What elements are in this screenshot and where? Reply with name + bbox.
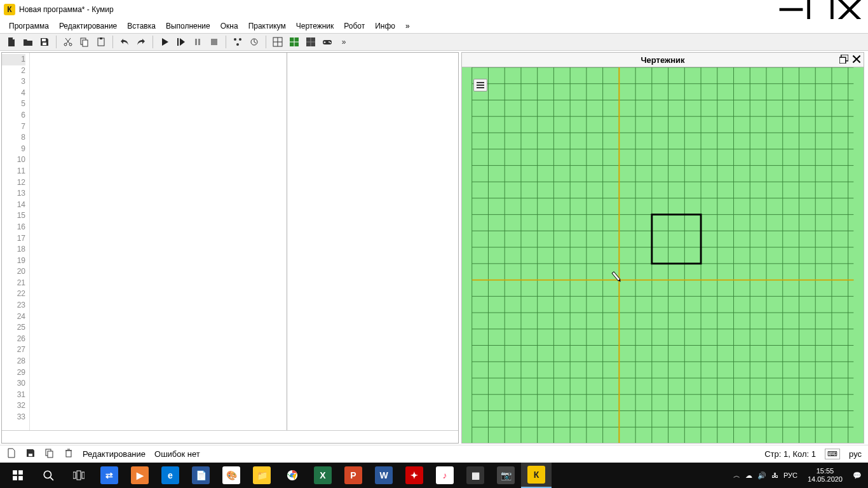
svg-rect-12 (177, 38, 179, 46)
tray-chevron-icon[interactable]: ︿ (733, 471, 740, 480)
undo-button[interactable] (117, 35, 132, 49)
search-button[interactable] (33, 463, 64, 488)
window-maximize-button[interactable] (806, 0, 835, 19)
grid-dark-button[interactable] (303, 35, 318, 49)
taskbar-app-5[interactable]: 🎨 (216, 463, 247, 488)
tray-lang-text[interactable]: РУС (783, 471, 797, 479)
start-button[interactable] (3, 463, 33, 488)
menu-more[interactable]: » (400, 20, 415, 32)
tray-clock[interactable]: 15:55 14.05.2020 (803, 467, 848, 484)
toolbar-more-button[interactable]: » (336, 35, 351, 49)
menu-practicum[interactable]: Практикум (243, 20, 291, 32)
status-new-icon[interactable] (6, 448, 17, 460)
watch-button[interactable] (247, 35, 262, 49)
status-keyboard-icon[interactable]: ⌨ (825, 449, 840, 459)
grid-green-button[interactable] (287, 35, 302, 49)
window-minimize-button[interactable] (776, 0, 806, 19)
save-file-button[interactable] (37, 35, 52, 49)
taskbar-chrome[interactable] (277, 463, 308, 488)
taskbar-itunes[interactable]: ♪ (430, 463, 460, 488)
status-delete-icon[interactable] (64, 448, 74, 460)
line-number: 6 (2, 110, 25, 121)
line-number: 10 (2, 154, 25, 166)
run-button[interactable] (157, 35, 172, 49)
line-number: 23 (2, 300, 25, 311)
svg-rect-11 (100, 37, 102, 39)
game-button[interactable] (320, 35, 335, 49)
taskbar-app-4[interactable]: 📄 (186, 463, 216, 488)
menu-edit[interactable]: Редактирование (54, 20, 122, 32)
menu-drafter[interactable]: Чертежник (291, 20, 339, 32)
breakpoint-button[interactable] (230, 35, 245, 49)
tray-notifications-icon[interactable]: 💬 (853, 471, 862, 480)
code-editor[interactable] (30, 53, 287, 430)
grid-bw-button[interactable] (270, 35, 285, 49)
line-number: 3 (2, 76, 25, 88)
drafter-menu-button[interactable] (473, 79, 487, 92)
window-close-button[interactable] (835, 0, 864, 19)
paste-button[interactable] (93, 35, 109, 49)
tray-date-text: 14.05.2020 (808, 475, 843, 484)
drafter-titlebar: Чертежник (461, 52, 864, 67)
system-tray: ︿ ☁ 🔊 🖧 РУС 15:55 14.05.2020 💬 (733, 467, 865, 484)
step-button[interactable] (173, 35, 189, 49)
status-save-icon[interactable] (25, 448, 36, 460)
taskbar-camera[interactable]: 📷 (491, 463, 521, 488)
taskbar-excel[interactable]: X (308, 463, 338, 488)
pause-button[interactable] (190, 35, 205, 49)
copy-button[interactable] (77, 35, 92, 49)
editor-right-pane[interactable] (287, 53, 458, 430)
line-number: 12 (2, 177, 25, 189)
line-number: 26 (2, 334, 25, 345)
taskbar-powerpoint[interactable]: P (338, 463, 369, 488)
taskbar-app-red[interactable]: ✦ (399, 463, 430, 488)
menu-windows[interactable]: Окна (215, 20, 243, 32)
taskview-button[interactable] (64, 463, 94, 488)
cut-button[interactable] (60, 35, 76, 49)
taskbar-app-1[interactable]: ⇄ (94, 463, 125, 488)
svg-rect-1 (809, 0, 832, 21)
taskbar: ⇄ ▶ e 📄 🎨 📁 X P W ✦ ♪ ▦ 📷 К ︿ ☁ 🔊 🖧 РУС … (0, 463, 868, 488)
menu-run[interactable]: Выполнение (161, 20, 215, 32)
menu-info[interactable]: Инфо (370, 20, 400, 32)
svg-rect-88 (29, 454, 32, 456)
svg-rect-14 (198, 39, 200, 45)
svg-rect-9 (83, 40, 88, 46)
new-file-button[interactable] (4, 35, 19, 49)
svg-rect-94 (13, 470, 17, 475)
tray-onedrive-icon[interactable]: ☁ (745, 471, 752, 480)
svg-rect-90 (48, 451, 53, 458)
tray-sound-icon[interactable]: 🔊 (757, 471, 766, 480)
svg-rect-102 (82, 472, 85, 478)
status-lang-text: рус (849, 449, 862, 459)
taskbar-kumir[interactable]: К (521, 463, 552, 488)
menu-insert[interactable]: Вставка (122, 20, 161, 32)
drafter-close-icon[interactable] (852, 55, 861, 65)
svg-point-16 (234, 38, 236, 41)
open-file-button[interactable] (20, 35, 36, 49)
line-number: 32 (2, 400, 25, 412)
drafter-restore-icon[interactable] (839, 55, 848, 65)
line-number: 20 (2, 266, 25, 278)
taskbar-edge[interactable]: e (155, 463, 186, 488)
redo-button[interactable] (133, 35, 149, 49)
line-number: 28 (2, 356, 25, 367)
taskbar-explorer[interactable]: 📁 (247, 463, 277, 488)
menu-program[interactable]: Программа (4, 20, 54, 32)
svg-point-98 (44, 471, 51, 478)
svg-rect-101 (77, 471, 81, 480)
taskbar-app-2[interactable]: ▶ (125, 463, 155, 488)
drafter-title-text: Чертежник (641, 55, 684, 65)
editor-output-pane (2, 430, 458, 443)
line-number: 24 (2, 311, 25, 323)
svg-rect-4 (42, 39, 46, 41)
window-titlebar: К Новая программа* - Кумир (0, 0, 868, 19)
taskbar-calculator[interactable]: ▦ (460, 463, 491, 488)
main-area: 1234567891011121314151617181920212223242… (0, 51, 868, 445)
taskbar-word[interactable]: W (369, 463, 399, 488)
stop-button[interactable] (207, 35, 222, 49)
status-copy-icon[interactable] (44, 448, 55, 460)
drafter-canvas[interactable] (461, 67, 864, 444)
tray-network-icon[interactable]: 🖧 (771, 471, 778, 479)
menu-robot[interactable]: Робот (339, 20, 370, 32)
